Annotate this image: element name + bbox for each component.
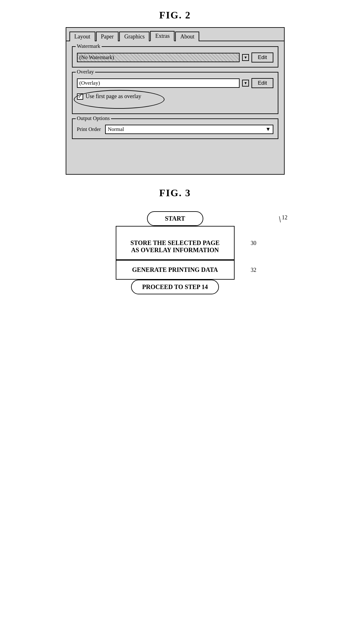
print-order-dropdown-icon: ▼ <box>266 126 271 132</box>
overlay-select-row: (Overlay) ▼ Edit <box>77 78 273 88</box>
tab-paper[interactable]: Paper <box>96 32 119 41</box>
store-box: STORE THE SELECTED PAGE AS OVERLAY INFOR… <box>116 226 235 260</box>
print-order-select[interactable]: Normal ▼ <box>105 125 273 134</box>
print-order-label: Print Order <box>77 126 101 132</box>
watermark-select-value: (No Watermark) <box>79 54 114 61</box>
fig3-title: FIG. 3 <box>0 187 350 199</box>
overlay-select[interactable]: (Overlay) <box>77 78 240 88</box>
fig3-section: FIG. 3 / 12 START STORE THE SELECTED PAG… <box>0 187 350 313</box>
watermark-dropdown-icon: ▼ <box>244 55 247 60</box>
oval-highlight <box>74 90 165 109</box>
start-box: START <box>147 211 203 226</box>
flow-node-store: STORE THE SELECTED PAGE AS OVERLAY INFOR… <box>116 226 235 260</box>
overlay-edit-button[interactable]: Edit <box>251 78 273 88</box>
overlay-dropdown-btn[interactable]: ▼ <box>242 80 249 87</box>
generate-ref-label: 32 <box>251 267 256 273</box>
overlay-legend: Overlay <box>76 69 95 75</box>
fig2-title: FIG. 2 <box>0 0 350 27</box>
flow-node-start: START <box>147 211 203 226</box>
output-options-group: Output Options Print Order Normal ▼ <box>72 118 278 139</box>
tab-about[interactable]: About <box>175 32 199 41</box>
dialog-container: Layout Paper Graphics Extras About Water… <box>66 27 285 175</box>
flow-node-generate: GENERATE PRINTING DATA 32 <box>116 260 235 280</box>
watermark-group: Watermark (No Watermark) ▼ Edit <box>72 46 278 67</box>
overlay-group: Overlay (Overlay) ▼ Edit ✓ Use first pag… <box>72 72 278 114</box>
overlay-dropdown-icon: ▼ <box>244 81 247 86</box>
tab-extras[interactable]: Extras <box>150 31 175 41</box>
print-order-value: Normal <box>108 126 124 132</box>
tabs-row: Layout Paper Graphics Extras About <box>66 28 284 41</box>
watermark-select-row: (No Watermark) ▼ Edit <box>77 52 273 62</box>
flow-node-proceed: PROCEED TO STEP 14 <box>131 280 219 294</box>
output-options-legend: Output Options <box>76 115 111 122</box>
flowchart: / 12 START STORE THE SELECTED PAGE AS OV… <box>0 211 350 313</box>
proceed-box: PROCEED TO STEP 14 <box>131 280 219 294</box>
store-ref-label: 30 <box>251 240 256 246</box>
fig3-ref-container: / 12 <box>279 214 287 224</box>
tab-layout[interactable]: Layout <box>69 32 95 41</box>
fig3-ref-number: 12 <box>282 214 287 221</box>
overlay-checkbox-row: ✓ Use first page as overlay <box>77 93 273 100</box>
watermark-legend: Watermark <box>76 43 102 49</box>
dialog-body: Watermark (No Watermark) ▼ Edit Overlay … <box>66 41 284 174</box>
watermark-select[interactable]: (No Watermark) <box>77 53 240 62</box>
tab-graphics[interactable]: Graphics <box>119 32 150 41</box>
watermark-dropdown-btn[interactable]: ▼ <box>242 54 249 61</box>
print-order-row: Print Order Normal ▼ <box>77 125 273 134</box>
overlay-select-value: (Overlay) <box>79 80 100 86</box>
watermark-edit-button[interactable]: Edit <box>251 52 273 62</box>
generate-box: GENERATE PRINTING DATA <box>116 260 235 280</box>
